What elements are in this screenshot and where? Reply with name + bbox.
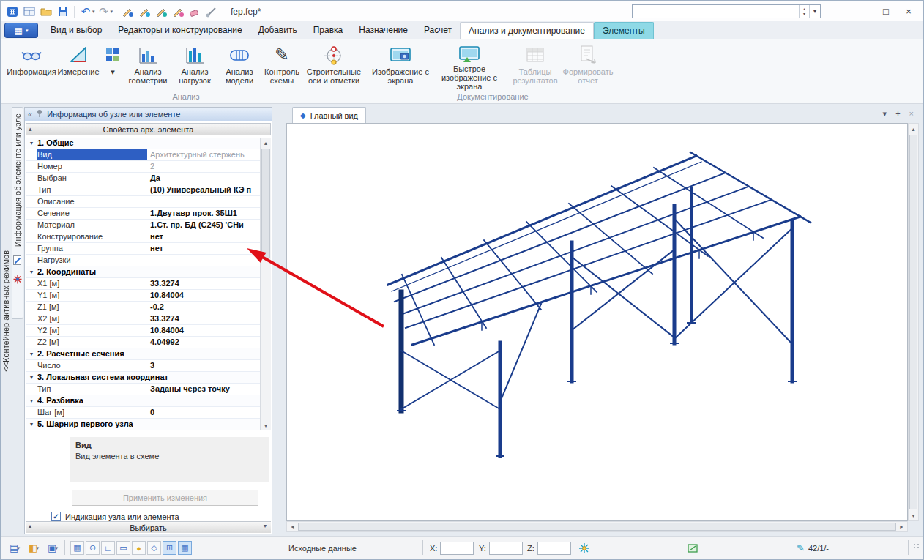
- snap-grid-toggle[interactable]: ▦: [70, 541, 84, 555]
- close-view-icon[interactable]: ×: [909, 109, 914, 119]
- snap-corner-toggle[interactable]: ∟: [101, 541, 115, 555]
- tab-editors[interactable]: Редакторы и конструирование: [110, 22, 250, 39]
- property-category-row[interactable]: ▾4. Разбивка: [26, 395, 260, 407]
- tab-edit[interactable]: Правка: [305, 22, 351, 39]
- undo-icon[interactable]: ↶: [78, 4, 94, 20]
- category-collapse-icon[interactable]: ▾: [26, 372, 37, 383]
- view-preset-icon[interactable]: ▤▾: [6, 537, 23, 559]
- model-analysis-button[interactable]: Анализ модели: [218, 41, 261, 92]
- z-coordinate-input[interactable]: [537, 542, 571, 555]
- scroll-up-icon[interactable]: ▲: [909, 124, 918, 134]
- redo-dropdown-icon[interactable]: ▾: [111, 9, 113, 15]
- property-row[interactable]: Y1 [м]10.84004: [26, 290, 260, 302]
- chevron-down-icon[interactable]: ▾: [264, 523, 267, 529]
- measure-button[interactable]: Измерение: [56, 41, 101, 92]
- window-layout-icon[interactable]: ▣▾: [44, 537, 62, 559]
- spinner-icon[interactable]: ▴▾: [799, 5, 809, 18]
- save-icon[interactable]: [55, 4, 71, 20]
- pushpin-icon[interactable]: [36, 109, 43, 119]
- app-icon[interactable]: [4, 4, 21, 20]
- screen-image-button[interactable]: Изображение с экрана: [371, 41, 430, 92]
- construction-axes-button[interactable]: Строительные оси и отметки: [303, 41, 365, 92]
- plane-icon[interactable]: [687, 537, 698, 559]
- pencil-tool-2-icon[interactable]: [136, 4, 152, 20]
- information-button[interactable]: Информация: [7, 41, 56, 92]
- maximize-button[interactable]: □: [875, 3, 897, 20]
- snap-indicator-icon[interactable]: [578, 537, 590, 559]
- property-row[interactable]: Z1 [м]-0.2: [26, 302, 260, 313]
- generate-report-button[interactable]: Формировать отчет: [562, 41, 614, 92]
- property-row[interactable]: Тип(10) Универсальный КЭ п: [26, 184, 260, 196]
- category-collapse-icon[interactable]: ▾: [26, 395, 37, 406]
- property-category-row[interactable]: ▾2. Координаты: [26, 266, 260, 278]
- scroll-down-icon[interactable]: ▼: [909, 510, 918, 520]
- property-category-row[interactable]: ▾1. Общие: [26, 138, 260, 149]
- horizontal-scrollbar[interactable]: ◄ ►: [286, 521, 908, 532]
- eraser-icon[interactable]: [187, 4, 203, 20]
- collapse-panel-icon[interactable]: «: [28, 110, 32, 119]
- scrollbar-thumb[interactable]: [261, 149, 270, 258]
- rail-tab-node-element-info[interactable]: Информация об элементе или узле: [12, 107, 23, 319]
- snap-point-toggle[interactable]: ●: [132, 541, 146, 555]
- category-collapse-icon[interactable]: ▾: [26, 266, 37, 277]
- tab-calculation[interactable]: Расчет: [416, 22, 460, 39]
- probe-tool-icon[interactable]: [204, 4, 220, 20]
- x-coordinate-input[interactable]: [440, 542, 474, 555]
- loads-analysis-button[interactable]: Анализ нагрузок: [171, 41, 218, 92]
- grid-scrollbar[interactable]: ▲ ▼: [260, 138, 271, 430]
- property-row[interactable]: Y2 [м]10.84004: [26, 325, 260, 337]
- property-row[interactable]: X2 [м]33.3274: [26, 313, 260, 325]
- property-row[interactable]: ВидАрхитектурный стержень: [26, 149, 260, 161]
- category-collapse-icon[interactable]: ▾: [26, 348, 37, 359]
- chevron-up-icon[interactable]: ▴: [29, 523, 31, 529]
- pencil-tool-3-icon[interactable]: [153, 4, 169, 20]
- property-row[interactable]: ТипЗаданы через точку: [26, 384, 260, 395]
- scroll-down-icon[interactable]: ▼: [261, 420, 271, 430]
- geometry-analysis-button[interactable]: Анализ геометрии: [124, 41, 171, 92]
- minimize-button[interactable]: –: [852, 3, 874, 20]
- tab-assign[interactable]: Назначение: [351, 22, 416, 39]
- main-view-tab[interactable]: ◆ Главный вид: [292, 107, 366, 123]
- combobox-input[interactable]: [633, 5, 799, 18]
- result-tables-button[interactable]: Таблицы результатов: [509, 41, 562, 92]
- open-folder-icon[interactable]: [38, 4, 54, 20]
- property-row[interactable]: Z2 [м]4.04992: [26, 337, 260, 348]
- snap-line-toggle[interactable]: ▭: [116, 541, 130, 555]
- snap-intersection-toggle[interactable]: ⊞: [163, 541, 176, 555]
- application-menu-button[interactable]: ▦ ▾: [4, 23, 38, 38]
- checkbox-checked-icon[interactable]: ✓: [51, 512, 61, 521]
- new-view-icon[interactable]: +: [895, 109, 900, 119]
- model-viewport[interactable]: [286, 123, 908, 521]
- combobox-dropdown-icon[interactable]: ▾: [809, 5, 820, 18]
- property-row[interactable]: Сечение1.Двутавр прок. 35Ш1: [26, 208, 260, 220]
- property-row[interactable]: X1 [м]33.3274: [26, 278, 260, 290]
- property-row[interactable]: ВыбранДа: [26, 173, 260, 184]
- apply-changes-button[interactable]: Применить изменения: [72, 490, 258, 506]
- view-list-dropdown-icon[interactable]: ▾: [883, 109, 887, 119]
- property-category-row[interactable]: ▾3. Локальная система координат: [26, 372, 260, 384]
- scroll-left-icon[interactable]: ◄: [287, 522, 298, 531]
- quick-screen-image-button[interactable]: Быстрое изображение с экрана: [430, 41, 509, 92]
- section-chevrons-icon[interactable]: ▴: [29, 125, 32, 132]
- analysis-modes-dropdown-button[interactable]: ▾: [101, 41, 124, 92]
- indication-asterisk-icon[interactable]: [12, 273, 23, 285]
- sheet-pen-icon[interactable]: [12, 254, 23, 266]
- scrollbar-thumb[interactable]: [909, 135, 917, 509]
- tab-view-select[interactable]: Вид и выбор: [42, 22, 110, 39]
- tab-elements[interactable]: Элементы: [594, 22, 654, 39]
- tab-add[interactable]: Добавить: [250, 22, 305, 39]
- property-row[interactable]: Шаг [м]0: [26, 407, 260, 419]
- properties-section-header[interactable]: ▴ Свойства арх. элемента: [26, 123, 271, 135]
- close-button[interactable]: ×: [898, 3, 920, 20]
- undo-dropdown-icon[interactable]: ▾: [92, 9, 95, 15]
- property-row[interactable]: Номер2: [26, 161, 260, 173]
- property-row[interactable]: Материал1.Ст. пр. БД (С245) 'СНи: [26, 220, 260, 231]
- property-category-row[interactable]: ▾2. Расчетные сечения: [26, 348, 260, 360]
- pencil-tool-4-icon[interactable]: [170, 4, 186, 20]
- category-collapse-icon[interactable]: ▾: [26, 138, 37, 149]
- active-modes-container-bar[interactable]: <<Контейнер активных режимов: [1, 250, 12, 374]
- snap-active-toggle[interactable]: ▦: [178, 541, 192, 555]
- render-mode-icon[interactable]: ◧▾: [25, 537, 42, 559]
- indication-checkbox-row[interactable]: ✓ Индикация узла или элемента: [51, 512, 179, 521]
- property-row[interactable]: Конструированиенет: [26, 231, 260, 243]
